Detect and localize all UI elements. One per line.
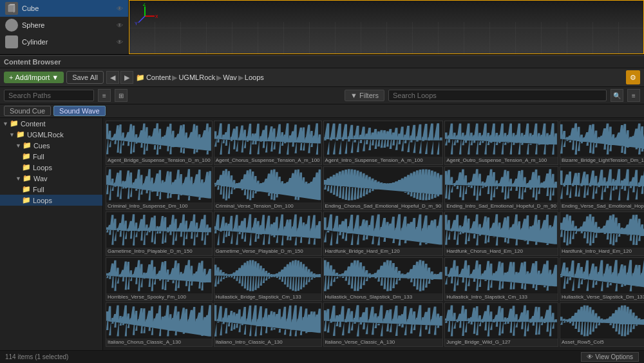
asset-label: Hullastick_Chorus_Slapstick_Dm_133 [324, 293, 443, 301]
status-bar: 114 items (1 selected) 👁 View Options [0, 350, 644, 363]
tree-label-ugmlrock: UGMLRock [27, 131, 64, 139]
object-item-cylinder[interactable]: Cylinder 👁 [0, 34, 128, 50]
asset-item[interactable]: Ending_Intro_Sad_Emotional_Hopeful_D_m_9… [444, 166, 558, 211]
asset-item[interactable]: Hardfunk_Bridge_Hard_Em_120 [323, 211, 444, 256]
sound-cue-filter[interactable]: Sound Cue [4, 106, 51, 116]
asset-item[interactable]: Gametime_Verse_Playable_D_m_150 [214, 211, 322, 256]
cb-header: Content Browser [0, 56, 644, 68]
list-view-button[interactable]: ≡ [627, 89, 640, 102]
view-options-button[interactable]: 👁 View Options [581, 352, 639, 362]
asset-label: Ending_Verse_Sad_Emotional_Hopeful_D_m_9… [560, 202, 644, 210]
grid-toggle-button[interactable]: ⊞ [115, 89, 128, 102]
breadcrumb-wav[interactable]: Wav [223, 74, 237, 81]
folder-icon-wav-full: 📁 [22, 185, 31, 193]
eye-icon: 👁 [587, 353, 593, 360]
svg-text:Y: Y [135, 21, 138, 26]
folder-icon-cues-full: 📁 [22, 152, 31, 161]
asset-thumbnail [560, 212, 644, 248]
tree-item-content[interactable]: ▼ 📁 Content [0, 118, 102, 129]
folder-icon-cues: 📁 [23, 141, 32, 150]
sphere-icon [5, 19, 18, 32]
filter-icon: ▼ [350, 92, 357, 99]
svg-line-5 [138, 16, 145, 23]
tree-item-wav[interactable]: ▼ 📁 Wav [0, 173, 102, 184]
grid-floor [129, 22, 644, 54]
asset-thumbnail [560, 258, 644, 293]
asset-label: Agent_Intro_Suspense_Tension_A_m_100 [324, 157, 443, 164]
asset-thumbnail [324, 167, 443, 202]
asset-grid-container[interactable]: Agent_Bridge_Suspense_Tension_D_m_100 Ag… [103, 118, 644, 350]
asset-item[interactable]: Bizarre_Bridge_LightTension_Dm_100 [560, 121, 644, 165]
tree-item-wav-loops[interactable]: 📁 Loops [0, 195, 102, 206]
asset-label: Agent_Chorus_Suspense_Tension_A_m_100 [214, 157, 321, 164]
asset-item[interactable]: Hullastick_Chorus_Slapstick_Dm_133 [323, 257, 444, 302]
asset-item[interactable]: Criminal_Intro_Suspense_Dm_100 [106, 166, 213, 211]
asset-item[interactable]: Agent_Outro_Suspense_Tension_A_m_100 [444, 121, 558, 165]
svg-marker-1 [8, 4, 15, 5]
asset-label: Ending_Intro_Sad_Emotional_Hopeful_D_m_9… [445, 202, 558, 210]
asset-label: Agent_Outro_Suspense_Tension_A_m_100 [445, 157, 558, 164]
svg-marker-2 [14, 5, 15, 13]
asset-label: Gametime_Intro_Playable_D_m_150 [106, 248, 212, 255]
breadcrumb-content[interactable]: Content [146, 74, 171, 81]
asset-item[interactable]: Agent_Bridge_Suspense_Tension_D_m_100 [106, 121, 213, 165]
asset-thumbnail [106, 303, 212, 338]
search-icon-button[interactable]: 🔍 [611, 89, 623, 102]
asset-item[interactable]: Asset_Row5_Col5 [560, 302, 644, 347]
breadcrumb-ugmlrock[interactable]: UGMLRock [178, 74, 215, 81]
tree-toggle-button[interactable]: ≡ [98, 89, 111, 102]
filters-button[interactable]: ▼ Filters [345, 90, 384, 101]
3d-viewport[interactable]: X Z Y [129, 0, 644, 54]
asset-label: Italiano_Verse_Classic_A_130 [324, 338, 443, 346]
settings-button[interactable]: ⚙ [626, 70, 640, 84]
tree-item-wav-full[interactable]: 📁 Full [0, 184, 102, 195]
asset-item[interactable]: Hardfunk_Chorus_Hard_Em_120 [444, 211, 558, 256]
cube-vis-icon: 👁 [117, 5, 123, 12]
asset-label: Criminal_Intro_Suspense_Dm_100 [106, 202, 212, 210]
asset-item[interactable]: Italiano_Chorus_Classic_A_130 [106, 302, 213, 347]
asset-item[interactable]: Agent_Chorus_Suspense_Tension_A_m_100 [214, 121, 322, 165]
asset-item[interactable]: Italiano_Verse_Classic_A_130 [323, 302, 444, 347]
asset-label: Agent_Bridge_Suspense_Tension_D_m_100 [106, 157, 212, 164]
nav-forward-button[interactable]: ▶ [120, 71, 133, 84]
tree-label-cues-loops: Loops [33, 164, 52, 172]
asset-thumbnail [445, 121, 558, 157]
asset-thumbnail [106, 258, 212, 293]
tree-label-wav-loops: Loops [33, 197, 52, 204]
tree-item-cues-full[interactable]: 📁 Full [0, 151, 102, 162]
object-item-cube[interactable]: Cube 👁 [0, 0, 128, 17]
object-item-sphere[interactable]: Sphere 👁 [0, 17, 128, 34]
tree-item-cues[interactable]: ▼ 📁 Cues [0, 140, 102, 151]
asset-item[interactable]: Ending_Verse_Sad_Emotional_Hopeful_D_m_9… [560, 166, 644, 211]
asset-item[interactable]: Criminal_Verse_Tension_Dm_100 [214, 166, 322, 211]
save-all-button[interactable]: Save All [66, 71, 104, 84]
breadcrumb-loops[interactable]: Loops [245, 74, 264, 81]
search-loops-input[interactable] [388, 90, 607, 101]
tree-item-cues-loops[interactable]: 📁 Loops [0, 162, 102, 173]
asset-label: Hardfunk_Chorus_Hard_Em_120 [445, 248, 558, 255]
asset-item[interactable]: Hardfunk_Intro_Hard_Em_120 [560, 211, 644, 256]
asset-item[interactable]: Italiano_Intro_Classic_A_130 [214, 302, 322, 347]
asset-item[interactable]: Gametime_Intro_Playable_D_m_150 [106, 211, 213, 256]
asset-thumbnail [560, 121, 644, 157]
svg-text:X: X [155, 14, 158, 19]
sound-wave-filter[interactable]: Sound Wave [53, 106, 106, 116]
asset-item[interactable]: Ending_Chorus_Sad_Emotional_Hopeful_D_m_… [323, 166, 444, 211]
asset-item[interactable]: Agent_Intro_Suspense_Tension_A_m_100 [323, 121, 444, 165]
asset-item[interactable]: Jungle_Bridge_Wild_G_127 [444, 302, 558, 347]
tree-arrow-cues: ▼ [15, 142, 21, 149]
nav-back-button[interactable]: ◀ [106, 71, 119, 84]
search-paths-input[interactable] [4, 90, 94, 101]
tree-item-ugmlrock[interactable]: ▼ 📁 UGMLRock [0, 129, 102, 140]
cube-label: Cube [22, 5, 39, 12]
cube-icon [5, 2, 18, 15]
nav-arrows: ◀ ▶ [106, 71, 133, 84]
add-import-button[interactable]: + Add/Import ▼ [4, 72, 64, 83]
asset-label: Hardfunk_Intro_Hard_Em_120 [560, 248, 644, 255]
asset-item[interactable]: Hullastick_Bridge_Slapstick_Cm_133 [214, 257, 322, 302]
asset-item[interactable]: Hullastick_Verse_Slapstick_Dm_133 [560, 257, 644, 302]
breadcrumb: 📁 Content ▶ UGMLRock ▶ Wav ▶ Loops [136, 74, 623, 82]
asset-item[interactable]: Horribles_Verse_Spooky_Fm_100 [106, 257, 213, 302]
cylinder-icon [5, 35, 18, 48]
asset-item[interactable]: Hullastick_Intro_Slapstick_Cm_133 [444, 257, 558, 302]
